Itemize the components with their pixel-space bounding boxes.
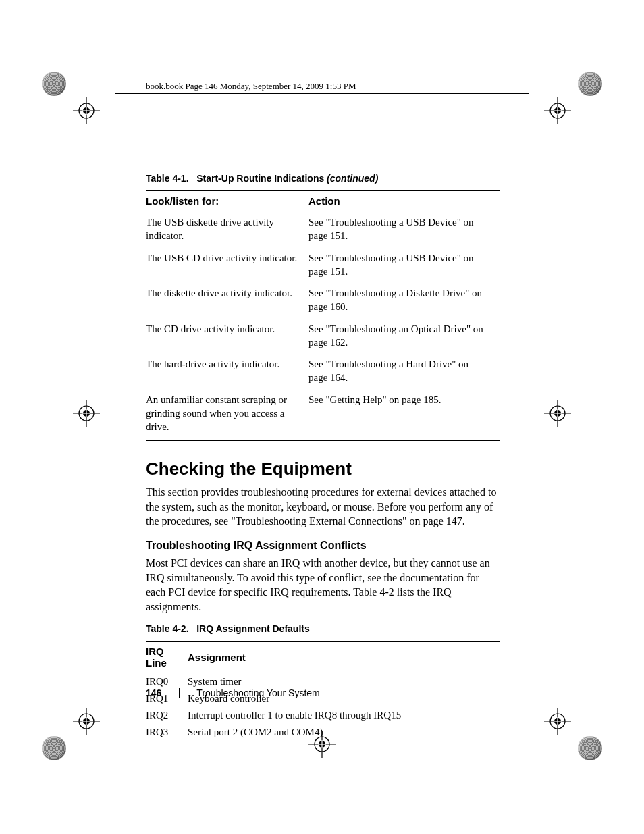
table-row: The CD drive activity indicator.See "Tro… [146, 318, 500, 354]
registration-mark-icon [73, 400, 100, 427]
cell-action: See "Troubleshooting a USB Device" on pa… [308, 247, 500, 283]
cell-look: An unfamiliar constant scraping or grind… [146, 389, 308, 441]
frame-left-rule [115, 65, 115, 769]
table-2-caption: Table 4-2. IRQ Assignment Defaults [146, 623, 500, 634]
cell-action: See "Troubleshooting an Optical Drive" o… [308, 318, 500, 354]
table-row: The USB diskette drive activity indicato… [146, 211, 500, 247]
table-2-label: Table 4-2. [146, 623, 189, 634]
page-number: 146 [146, 687, 161, 698]
table-row: The hard-drive activity indicator.See "T… [146, 353, 500, 389]
body-paragraph: This section provides troubleshooting pr… [146, 485, 500, 529]
cell-look: The CD drive activity indicator. [146, 318, 308, 354]
table-1-label: Table 4-1. [146, 173, 189, 184]
registration-mark-icon [544, 400, 571, 427]
table-1-caption: Table 4-1. Start-Up Routine Indications … [146, 173, 500, 184]
table-row: IRQ2Interrupt controller 1 to enable IRQ… [146, 707, 500, 724]
table-row: The diskette drive activity indicator.Se… [146, 282, 500, 318]
table-2-head-assign: Assignment [188, 642, 500, 673]
cell-look: The diskette drive activity indicator. [146, 282, 308, 318]
table-row: The USB CD drive activity indicator.See … [146, 247, 500, 283]
cell-action: See "Troubleshooting a Hard Drive" on pa… [308, 353, 500, 389]
cell-look: The USB diskette drive activity indicato… [146, 211, 308, 247]
subsection-heading: Troubleshooting IRQ Assignment Conflicts [146, 540, 500, 552]
cell-assign: Serial port 2 (COM2 and COM4) [188, 724, 500, 741]
table-1-head-look: Look/listen for: [146, 191, 308, 211]
registration-mark-icon [73, 708, 100, 735]
footer-section-title: Troubleshooting Your System [196, 687, 319, 698]
table-1-title: Start-Up Routine Indications [196, 173, 327, 184]
cell-irq: IRQ3 [146, 724, 188, 741]
cell-irq: IRQ2 [146, 707, 188, 724]
footer-separator [179, 688, 180, 698]
table-row: An unfamiliar constant scraping or grind… [146, 389, 500, 441]
table-1-continued: (continued) [327, 173, 378, 184]
body-paragraph: Most PCI devices can share an IRQ with a… [146, 556, 500, 614]
table-2-head-irq: IRQ Line [146, 642, 188, 673]
section-heading: Checking the Equipment [146, 459, 500, 479]
cell-action: See "Getting Help" on page 185. [308, 389, 500, 441]
cell-assign: Interrupt controller 1 to enable IRQ8 th… [188, 707, 500, 724]
table-row: IRQ3Serial port 2 (COM2 and COM4) [146, 724, 500, 741]
registration-mark-icon [544, 708, 571, 735]
corner-sphere-icon [42, 72, 66, 96]
cell-action: See "Troubleshooting a Diskette Drive" o… [308, 282, 500, 318]
page-content: Table 4-1. Start-Up Routine Indications … [146, 173, 500, 741]
page-footer: 146 Troubleshooting Your System [146, 687, 320, 699]
table-2-title: IRQ Assignment Defaults [196, 623, 310, 634]
table-1: Look/listen for: Action The USB diskette… [146, 190, 500, 441]
registration-mark-icon [73, 97, 100, 124]
cell-look: The hard-drive activity indicator. [146, 353, 308, 389]
cell-action: See "Troubleshooting a USB Device" on pa… [308, 211, 500, 247]
registration-mark-icon [544, 97, 571, 124]
corner-sphere-icon [578, 72, 602, 96]
frame-right-rule [529, 65, 529, 769]
corner-sphere-icon [42, 736, 66, 760]
cell-look: The USB CD drive activity indicator. [146, 247, 308, 283]
running-header: book.book Page 146 Monday, September 14,… [146, 81, 356, 92]
running-header-rule [115, 93, 529, 94]
table-1-head-action: Action [308, 191, 500, 211]
corner-sphere-icon [578, 736, 602, 760]
